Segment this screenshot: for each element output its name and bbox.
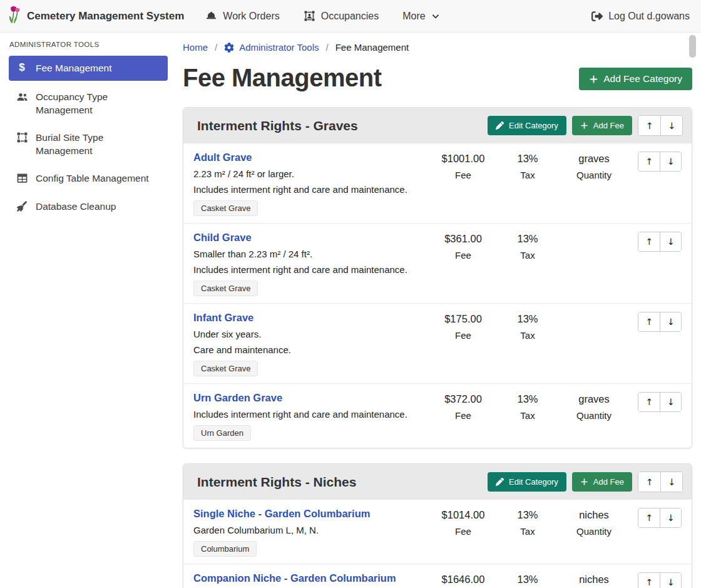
arrow-down-icon: ↓ (668, 121, 675, 131)
fee-move-up-button[interactable]: ↑ (638, 573, 660, 588)
arrow-up-icon: ↑ (645, 577, 653, 587)
nav-occupancies[interactable]: Occupancies (304, 10, 379, 22)
edit-category-button[interactable]: Edit Category (488, 116, 566, 135)
sidebar-item-config-table-management[interactable]: Config Table Management (9, 167, 168, 190)
fee-description: Smaller than 2.23 m² / 24 ft². (193, 249, 424, 259)
fee-move-up-button[interactable]: ↑ (638, 152, 660, 171)
add-fee-category-button[interactable]: Add Fee Category (579, 68, 692, 90)
arrow-down-icon: ↓ (667, 577, 674, 587)
arrow-up-icon: ↑ (645, 513, 653, 523)
fee-amount: $372.00 (429, 393, 498, 405)
logout-button[interactable]: Log Out d.gowans (591, 11, 690, 22)
arrow-down-icon: ↓ (667, 397, 674, 407)
fee-move-down-button[interactable]: ↓ (660, 152, 681, 171)
users-icon (15, 91, 29, 103)
sidebar-item-database-cleanup[interactable]: Database Cleanup (9, 195, 168, 218)
fee-row: Single Niche - Garden Columbarium Garden… (183, 500, 692, 564)
occupancy-frame-person-icon (304, 10, 315, 22)
fee-name-link[interactable]: Infant Grave (193, 312, 253, 323)
fee-name-link[interactable]: Urn Garden Grave (193, 392, 282, 403)
category-move-down-button[interactable]: ↓ (660, 116, 682, 135)
fee-move-down-button[interactable]: ↓ (660, 232, 681, 251)
fee-tax: 13% (498, 153, 558, 165)
fee-amount-column: $175.00 Fee (429, 312, 498, 341)
category-move-down-button[interactable]: ↓ (660, 472, 682, 492)
sidebar-item-fee-management[interactable]: $ Fee Management (9, 56, 168, 81)
nav-more[interactable]: More (402, 11, 439, 22)
fee-description: Includes interment right and care and ma… (193, 264, 424, 275)
arrow-down-icon: ↓ (667, 237, 674, 247)
fee-amount-label: Fee (429, 250, 498, 260)
breadcrumb-admin-tools-link[interactable]: Administrator Tools (224, 42, 319, 53)
category-reorder-group: ↑ ↓ (638, 472, 683, 492)
fee-reorder-group: ↑ ↓ (638, 312, 682, 332)
add-fee-button[interactable]: Add Fee (572, 472, 632, 492)
sidebar-item-burial-site-type-management[interactable]: Burial Site Type Management (9, 126, 168, 162)
fee-amount-label: Fee (429, 526, 498, 537)
fee-name-link[interactable]: Companion Niche - Garden Columbarium (193, 572, 396, 584)
fee-tax-label: Tax (498, 170, 558, 180)
arrow-up-icon: ↑ (645, 317, 653, 327)
fee-tax-column: 13% Tax (498, 232, 558, 260)
logout-icon (591, 11, 603, 22)
fee-quantity-label: Quantity (558, 170, 630, 180)
category-reorder-group: ↑ ↓ (638, 115, 683, 136)
fee-amount-column: $372.00 Fee (429, 392, 498, 421)
fee-move-up-button[interactable]: ↑ (638, 312, 660, 331)
tulip-logo-icon (8, 5, 21, 27)
scrollbar-thumb[interactable] (689, 35, 696, 58)
breadcrumb-separator: / (215, 42, 217, 53)
fee-tax-label: Tax (498, 330, 558, 341)
fee-category-card: Interment Rights - Graves Edit Category … (183, 107, 692, 448)
fee-tax: 13% (498, 313, 558, 325)
chevron-down-icon (431, 12, 440, 21)
fee-name-link[interactable]: Adult Grave (193, 152, 252, 163)
fee-name-link[interactable]: Single Niche - Garden Columbarium (193, 508, 370, 519)
arrow-up-icon: ↑ (645, 397, 653, 407)
table-icon (15, 172, 29, 184)
fee-quantity: graves (558, 153, 630, 165)
fee-move-up-button[interactable]: ↑ (638, 508, 660, 527)
sidebar-item-label: Database Cleanup (36, 200, 116, 213)
nav-work-orders[interactable]: Work Orders (205, 10, 279, 22)
fee-tax-column: 13% Tax (498, 312, 558, 341)
breadcrumb-home-link[interactable]: Home (183, 42, 208, 53)
sidebar-heading: ADMINISTRATOR TOOLS (9, 41, 168, 48)
fee-name-link[interactable]: Child Grave (193, 232, 252, 243)
sidebar-item-occupancy-type-management[interactable]: Occupancy Type Management (9, 86, 168, 121)
sidebar-item-label: Burial Site Type Management (36, 132, 161, 157)
arrow-down-icon: ↓ (668, 477, 675, 487)
edit-category-button[interactable]: Edit Category (488, 472, 566, 492)
pencil-icon (496, 478, 504, 486)
fee-amount: $1001.00 (429, 153, 498, 165)
arrow-down-icon: ↓ (667, 513, 674, 523)
fee-move-down-button[interactable]: ↓ (660, 508, 681, 527)
sidebar: ADMINISTRATOR TOOLS $ Fee Management Occ… (0, 33, 175, 588)
arrow-down-icon: ↓ (667, 157, 674, 167)
fee-category-card: Interment Rights - Niches Edit Category … (183, 463, 692, 588)
app-brand[interactable]: Cemetery Management System (8, 5, 184, 27)
broom-icon (15, 200, 29, 213)
fee-move-down-button[interactable]: ↓ (660, 573, 681, 588)
fee-quantity-column: graves Quantity (558, 152, 630, 180)
fee-quantity-label: Quantity (558, 526, 630, 537)
nav-links: Work Orders Occupancies More (205, 10, 439, 22)
fee-move-down-button[interactable]: ↓ (660, 312, 681, 331)
main-content: Home / Administrator Tools / Fee Managem… (175, 33, 701, 588)
fee-tag: Casket Grave (193, 361, 258, 376)
nav-more-label: More (402, 11, 425, 22)
fee-move-up-button[interactable]: ↑ (638, 393, 660, 411)
category-move-up-button[interactable]: ↑ (638, 116, 660, 135)
fee-move-up-button[interactable]: ↑ (638, 232, 660, 251)
fee-description: Under six years. (193, 329, 424, 339)
fee-quantity-column: graves Quantity (558, 392, 630, 421)
fee-tag: Casket Grave (193, 200, 258, 216)
category-move-up-button[interactable]: ↑ (638, 472, 660, 492)
add-fee-button[interactable]: Add Fee (572, 116, 632, 135)
fee-tax-label: Tax (498, 250, 558, 260)
fee-move-down-button[interactable]: ↓ (660, 393, 681, 411)
fee-amount-column: $361.00 Fee (429, 232, 498, 260)
fee-tax-label: Tax (498, 410, 558, 421)
fee-amount-column: $1001.00 Fee (429, 152, 498, 180)
fee-tax: 13% (498, 233, 558, 245)
